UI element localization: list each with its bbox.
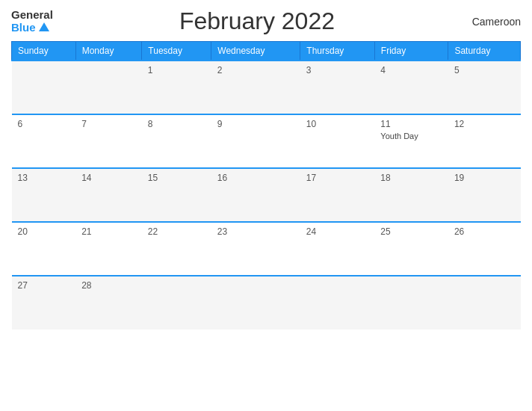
day-number: 17 [306,173,369,183]
calendar-cell: 19 [448,168,521,222]
calendar-cell: 11Youth Day [374,114,448,168]
weekday-tuesday: Tuesday [142,42,211,61]
day-number: 7 [81,119,136,129]
calendar-cell: 2 [211,61,300,114]
calendar-cell: 6 [12,114,76,168]
day-number: 24 [306,226,369,237]
weekday-sunday: Sunday [12,42,76,61]
calendar-cell: 13 [12,168,76,222]
logo-blue-row: Blue [11,22,49,34]
calendar-table: Sunday Monday Tuesday Wednesday Thursday… [11,41,521,330]
calendar-header: General Blue February 2022 Cameroon [11,7,521,35]
day-number: 11 [380,119,442,129]
calendar-cell: 20 [12,222,76,276]
calendar-cell: 23 [211,222,300,276]
calendar-cell [300,276,375,330]
calendar-cell: 28 [75,276,142,330]
calendar-cell: 12 [448,114,521,168]
logo-triangle-icon [39,22,49,31]
calendar-week-2: 67891011Youth Day12 [12,114,521,168]
calendar-page: General Blue February 2022 Cameroon Sund… [0,0,532,411]
weekday-wednesday: Wednesday [211,42,300,61]
day-number: 20 [18,226,70,237]
calendar-week-3: 13141516171819 [12,168,521,222]
calendar-cell: 5 [448,61,521,114]
calendar-cell: 8 [142,114,211,168]
day-number: 25 [380,226,442,237]
day-number: 27 [18,280,70,291]
day-number: 22 [148,226,205,237]
day-number: 28 [81,280,136,291]
weekday-saturday: Saturday [448,42,521,61]
calendar-cell [75,61,142,114]
day-number: 14 [81,173,136,183]
day-number: 4 [380,65,442,75]
calendar-header-row: Sunday Monday Tuesday Wednesday Thursday… [12,42,521,61]
day-number: 21 [81,226,136,237]
calendar-cell: 14 [75,168,142,222]
day-number: 23 [217,226,294,237]
day-number: 1 [148,65,205,75]
calendar-cell [12,61,76,114]
calendar-cell: 18 [374,168,448,222]
calendar-cell [142,276,211,330]
calendar-cell: 10 [300,114,375,168]
weekday-thursday: Thursday [300,42,375,61]
calendar-cell: 22 [142,222,211,276]
calendar-cell: 25 [374,222,448,276]
day-number: 3 [306,65,369,75]
calendar-body: 1234567891011Youth Day121314151617181920… [12,61,521,330]
day-number: 12 [454,119,515,129]
day-number: 10 [306,119,369,129]
day-number: 9 [217,119,294,129]
calendar-cell: 16 [211,168,300,222]
calendar-cell: 26 [448,222,521,276]
calendar-cell: 27 [12,276,76,330]
calendar-event: Youth Day [380,132,442,140]
day-number: 15 [148,173,205,183]
day-number: 13 [18,173,70,183]
weekday-friday: Friday [374,42,448,61]
day-number: 18 [380,173,442,183]
calendar-week-4: 20212223242526 [12,222,521,276]
calendar-cell: 1 [142,61,211,114]
day-number: 5 [454,65,515,75]
day-number: 26 [454,226,515,237]
logo: General Blue [11,9,53,34]
day-number: 6 [18,119,70,129]
calendar-cell: 9 [211,114,300,168]
calendar-cell: 15 [142,168,211,222]
day-number: 8 [148,119,205,129]
calendar-cell: 7 [75,114,142,168]
weekday-monday: Monday [75,42,142,61]
day-number: 16 [217,173,294,183]
calendar-cell: 3 [300,61,375,114]
calendar-cell [211,276,300,330]
country-label: Cameroon [461,16,521,28]
calendar-cell [448,276,521,330]
calendar-cell: 24 [300,222,375,276]
calendar-week-5: 2728 [12,276,521,330]
calendar-cell: 21 [75,222,142,276]
calendar-cell: 4 [374,61,448,114]
calendar-cell: 17 [300,168,375,222]
calendar-week-1: 12345 [12,61,521,114]
calendar-cell [374,276,448,330]
day-number: 2 [217,65,294,75]
calendar-title: February 2022 [53,7,461,35]
logo-general-text: General [11,9,53,22]
day-number: 19 [454,173,515,183]
logo-blue-text: Blue [11,22,36,34]
